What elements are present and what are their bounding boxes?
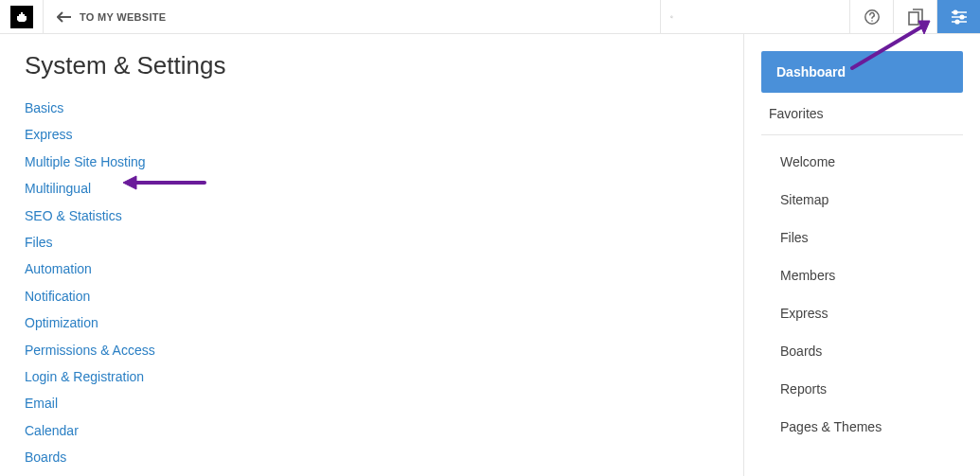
- search-icon: [670, 10, 673, 24]
- favorite-item-boards[interactable]: Boards: [761, 332, 963, 370]
- settings-link-email[interactable]: Email: [25, 393, 719, 414]
- sidebar-panel: Dashboard Favorites WelcomeSitemapFilesM…: [743, 34, 980, 476]
- favorites-list: WelcomeSitemapFilesMembersExpressBoardsR…: [761, 143, 963, 446]
- sliders-icon: [951, 9, 968, 25]
- logo-box[interactable]: [0, 0, 44, 33]
- svg-point-5: [960, 15, 964, 19]
- search-input[interactable]: [681, 9, 840, 24]
- favorite-item-sitemap[interactable]: Sitemap: [761, 181, 963, 219]
- settings-link-optimization[interactable]: Optimization: [25, 312, 719, 333]
- settings-link-multiple-site-hosting[interactable]: Multiple Site Hosting: [25, 151, 719, 172]
- help-button[interactable]: [849, 0, 893, 33]
- settings-link-express[interactable]: Express: [25, 124, 719, 145]
- copy-page-icon: [908, 9, 923, 26]
- favorites-header[interactable]: Favorites: [761, 93, 963, 135]
- settings-panel-button[interactable]: [936, 0, 980, 33]
- search-box[interactable]: [660, 0, 849, 33]
- favorite-item-pages-themes[interactable]: Pages & Themes: [761, 408, 963, 446]
- settings-link-files[interactable]: Files: [25, 232, 719, 253]
- topbar: TO MY WEBSITE: [0, 0, 980, 34]
- svg-point-0: [670, 15, 672, 17]
- content-area: System & Settings BasicsExpressMultiple …: [0, 34, 980, 476]
- settings-link-calendar[interactable]: Calendar: [25, 420, 719, 441]
- settings-link-basics[interactable]: Basics: [25, 97, 719, 118]
- settings-link-automation[interactable]: Automation: [25, 258, 719, 279]
- favorite-item-express[interactable]: Express: [761, 294, 963, 332]
- hand-logo-icon: [14, 9, 29, 25]
- svg-point-2: [871, 20, 873, 22]
- favorite-item-files[interactable]: Files: [761, 219, 963, 256]
- settings-link-login-registration[interactable]: Login & Registration: [25, 366, 719, 387]
- settings-link-list: BasicsExpressMultiple Site HostingMultil…: [25, 97, 719, 476]
- help-icon: [864, 9, 881, 26]
- svg-rect-3: [909, 12, 918, 25]
- concrete-logo: [10, 6, 33, 28]
- settings-link-seo-statistics[interactable]: SEO & Statistics: [25, 205, 719, 226]
- page-title: System & Settings: [25, 51, 719, 80]
- arrow-left-icon: [57, 11, 72, 23]
- svg-point-4: [953, 10, 957, 14]
- settings-link-multilingual[interactable]: Multilingual: [25, 178, 719, 199]
- favorite-item-reports[interactable]: Reports: [761, 370, 963, 408]
- settings-link-boards[interactable]: Boards: [25, 447, 719, 467]
- favorite-item-welcome[interactable]: Welcome: [761, 143, 963, 181]
- topbar-spacer: [180, 0, 660, 33]
- settings-link-permissions-access[interactable]: Permissions & Access: [25, 340, 719, 361]
- dashboard-button[interactable]: Dashboard: [761, 51, 963, 93]
- back-label: TO MY WEBSITE: [80, 11, 167, 23]
- settings-link-notification[interactable]: Notification: [25, 286, 719, 307]
- back-to-site-link[interactable]: TO MY WEBSITE: [44, 0, 180, 33]
- svg-point-6: [955, 20, 959, 24]
- main-panel: System & Settings BasicsExpressMultiple …: [0, 34, 743, 476]
- pages-button[interactable]: [893, 0, 936, 33]
- favorite-item-members[interactable]: Members: [761, 256, 963, 294]
